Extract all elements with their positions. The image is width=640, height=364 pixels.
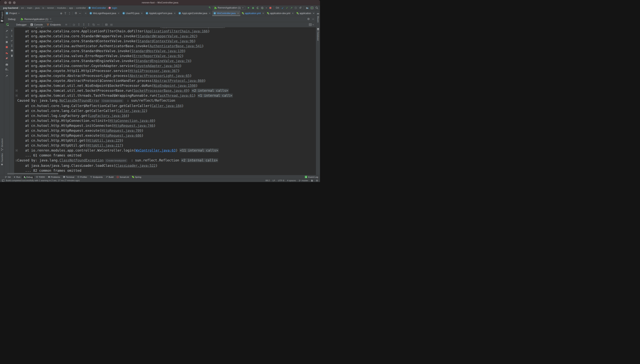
- modify-run-config-icon[interactable]: [4, 28, 9, 33]
- expand-all-icon[interactable]: [64, 12, 67, 14]
- editor-tab-truncated[interactable]: ✕: [83, 10, 88, 16]
- editor-tab[interactable]: application-prod.yml✕: [295, 10, 311, 16]
- close-icon[interactable]: ✕: [141, 12, 143, 15]
- editor-tab[interactable]: application-dev.yml✕: [266, 10, 295, 16]
- close-icon[interactable]: ✕: [209, 12, 211, 15]
- stack-frame-link[interactable]: CoyoteAdapter.java:343: [136, 64, 180, 68]
- stack-frame-link[interactable]: AbstractProcessorLight.java:65: [130, 74, 190, 78]
- toolwindow-button-sonarlint[interactable]: SonarLint: [115, 176, 130, 178]
- stack-frame-link[interactable]: TaskThread.java:61: [158, 94, 194, 98]
- resume-program-icon[interactable]: [4, 35, 9, 40]
- breadcrumb-item[interactable]: modules: [57, 6, 67, 9]
- hide-panel-icon[interactable]: ─: [79, 12, 81, 15]
- editor-tab[interactable]: CAppletLoginForm.java✕: [144, 10, 177, 16]
- stripe-button-maven[interactable]: m Maven: [316, 11, 320, 24]
- editor-tab[interactable]: CAppLoginController.java✕: [177, 10, 212, 16]
- stripe-button-database[interactable]: Database: [316, 27, 320, 42]
- breadcrumb-item[interactable]: java: [35, 6, 40, 9]
- git-update-icon[interactable]: ↙: [282, 6, 284, 9]
- stack-frame-link[interactable]: AbstractProtocol.java:860: [154, 79, 204, 82]
- toolwindow-button-todo[interactable]: TODO: [35, 176, 46, 178]
- debug-settings-icon[interactable]: ⚙: [4, 67, 9, 72]
- breadcrumb-item[interactable]: WxController: [92, 6, 107, 9]
- breadcrumb-item[interactable]: login: [112, 6, 117, 9]
- down-stack-icon[interactable]: ↓: [10, 33, 14, 38]
- tab-console[interactable]: ▸ Console: [29, 22, 45, 27]
- fold-toggle-icon[interactable]: +: [16, 160, 18, 162]
- stack-frame-link-current[interactable]: WxController.java:63: [136, 148, 176, 152]
- tab-overflow-button[interactable]: [311, 10, 316, 16]
- hide-panel-icon[interactable]: ─: [312, 18, 314, 20]
- toolwindow-button-terminal[interactable]: Terminal: [62, 176, 76, 178]
- editor-tab[interactable]: application.yml✕: [241, 10, 266, 16]
- rollback-icon[interactable]: ↺: [299, 6, 302, 9]
- chevron-down-icon[interactable]: [266, 7, 267, 9]
- caret-position[interactable]: 88:2: [266, 179, 270, 182]
- collapse-all-icon[interactable]: [68, 12, 71, 14]
- back-icon[interactable]: ↰: [208, 6, 211, 9]
- breadcrumb-item[interactable]: pay-backend: [3, 6, 19, 9]
- toolwindow-toggle-icon[interactable]: [2, 179, 5, 182]
- compare-icon[interactable]: [306, 7, 309, 9]
- profiler-button[interactable]: [261, 7, 263, 9]
- stack-frame-link[interactable]: Http11Processor.java:367: [130, 69, 178, 73]
- pause-program-icon[interactable]: [4, 40, 9, 44]
- project-pane-title[interactable]: Project: [9, 12, 17, 15]
- create-breakpoint-chip[interactable]: Create breakpoint: [105, 159, 128, 162]
- console-output[interactable]: at org.apache.catalina.core.ApplicationF…: [14, 28, 316, 175]
- create-breakpoint-chip[interactable]: Create breakpoint: [101, 99, 124, 102]
- breadcrumb-item[interactable]: main: [27, 6, 33, 9]
- close-icon[interactable]: ✕: [262, 12, 264, 15]
- toolwindow-button-spring[interactable]: Spring: [131, 176, 143, 178]
- stack-frame-link[interactable]: HttpConnection.java:40: [110, 119, 154, 122]
- toolwindow-button-run[interactable]: Run: [13, 176, 22, 178]
- stack-frame-link[interactable]: HttpUtil.java:217: [88, 144, 122, 147]
- line-separator[interactable]: LF: [273, 179, 275, 182]
- toolwindow-button-git[interactable]: Git: [4, 176, 12, 178]
- mute-breakpoints-icon[interactable]: [4, 56, 9, 61]
- up-stack-icon[interactable]: ↑: [10, 28, 14, 33]
- clear-console-icon[interactable]: [10, 53, 14, 58]
- breadcrumb-item[interactable]: app: [69, 6, 74, 9]
- stack-frame-link[interactable]: HttpRequest.java:686: [101, 134, 142, 138]
- gear-icon[interactable]: ⚙: [307, 18, 310, 20]
- fold-toggle-icon[interactable]: +: [16, 150, 18, 152]
- toolwindow-button-build[interactable]: Build: [104, 176, 115, 178]
- run-button[interactable]: [247, 7, 250, 9]
- run-anything-icon[interactable]: [311, 7, 313, 9]
- gear-icon[interactable]: ⚙: [75, 12, 77, 15]
- frames-menu-icon[interactable]: ≡: [65, 23, 68, 26]
- file-encoding[interactable]: UTF-8: [278, 179, 284, 182]
- stack-frame-link[interactable]: HttpRequest.java:709: [101, 129, 142, 132]
- stack-frame-link[interactable]: SocketProcessorBase.java:49: [134, 89, 188, 92]
- run-configuration-select[interactable]: RenrenApplication (1): [213, 6, 245, 10]
- stack-frame-link[interactable]: LogFactory.java:164: [89, 114, 128, 118]
- chevron-down-icon[interactable]: [18, 12, 20, 14]
- lock-icon[interactable]: [311, 179, 313, 182]
- soft-wrap-icon[interactable]: ↵: [10, 38, 14, 43]
- stack-frame-link[interactable]: HttpRequest.java:746: [114, 124, 154, 128]
- stack-frame-link[interactable]: ApplicationFilterChain.java:166: [146, 29, 208, 33]
- close-icon[interactable]: ✕: [50, 18, 52, 20]
- thread-dump-icon[interactable]: [4, 62, 9, 67]
- stack-frame-link[interactable]: StandardContextValve.java:96: [138, 39, 194, 43]
- editor-tab[interactable]: CWxLoginRequest.java✕: [88, 10, 121, 16]
- git-branch-widget[interactable]: master: [299, 179, 308, 182]
- restore-layout-icon[interactable]: [309, 24, 312, 26]
- gear-icon[interactable]: ⚙: [316, 179, 318, 182]
- stack-frame-link[interactable]: ClassNotFoundException: [60, 158, 104, 162]
- stack-frame-link[interactable]: NoClassDefFoundError: [60, 98, 100, 102]
- close-icon[interactable]: ✕: [85, 12, 87, 15]
- stack-frame-link[interactable]: ApplicationFilterChain.java:193: [162, 28, 224, 28]
- toolwindow-button-endpoints[interactable]: Endpoints: [89, 176, 104, 178]
- stripe-button-favorites[interactable]: Favorites: [0, 152, 4, 167]
- toolwindow-button-problems[interactable]: Problems: [47, 176, 62, 178]
- close-icon[interactable]: ✕: [292, 12, 294, 15]
- stack-frame-link[interactable]: Caller.java:32: [118, 109, 146, 113]
- event-log-button[interactable]: 1 Event Log: [305, 176, 318, 178]
- close-icon[interactable]: ✕: [237, 12, 239, 15]
- chevron-down-icon[interactable]: [312, 24, 314, 26]
- stripe-button-structure[interactable]: Structure: [0, 137, 4, 152]
- stop-button[interactable]: [269, 7, 271, 9]
- coverage-button[interactable]: [256, 7, 259, 9]
